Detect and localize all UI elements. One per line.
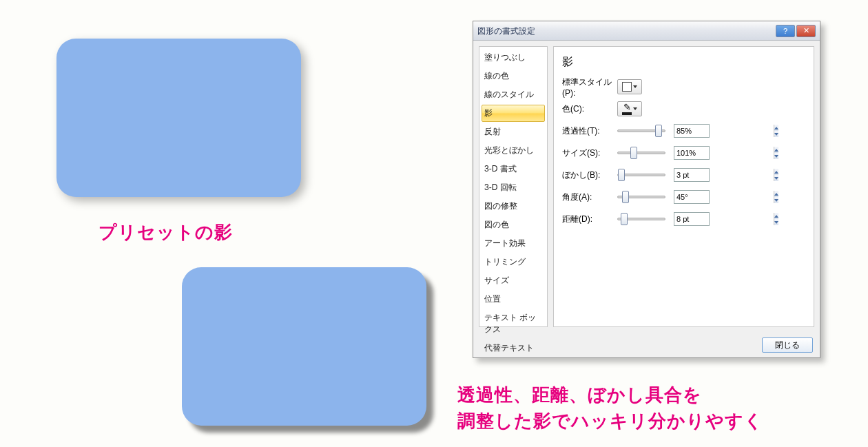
sidebar-item[interactable]: 3-D 回転 xyxy=(482,179,545,196)
slider-thumb[interactable] xyxy=(655,125,662,137)
slider-thumb[interactable] xyxy=(622,191,629,203)
spin-up-button[interactable] xyxy=(774,169,778,175)
sidebar-item[interactable]: 影 xyxy=(482,105,545,122)
slider-thumb[interactable] xyxy=(630,147,637,159)
preset-style-label: 標準スタイル(P): xyxy=(562,76,617,98)
sidebar-item[interactable]: アート効果 xyxy=(482,235,545,252)
spin-down-button[interactable] xyxy=(774,153,778,159)
format-shape-dialog: 図形の書式設定 ? ✕ 塗りつぶし線の色線のスタイル影反射光彩とぼかし3-D 書… xyxy=(473,21,820,358)
spin-down-button[interactable] xyxy=(774,131,778,137)
color-label: 色(C): xyxy=(562,103,617,115)
color-dropdown[interactable]: ✎ xyxy=(617,101,642,116)
close-icon: ✕ xyxy=(803,26,809,35)
size-label: サイズ(S): xyxy=(562,147,617,159)
custom-shadow-sample xyxy=(182,267,426,426)
blur-slider[interactable] xyxy=(617,174,665,176)
sidebar-item[interactable]: 反射 xyxy=(482,123,545,141)
help-icon: ? xyxy=(783,27,787,35)
size-slider[interactable] xyxy=(617,152,665,154)
sidebar-item[interactable]: 塗りつぶし xyxy=(482,49,545,66)
dialog-titlebar[interactable]: 図形の書式設定 ? ✕ xyxy=(473,21,820,41)
custom-caption-line1: 透過性、距離、ぼかし具合を xyxy=(457,383,702,407)
dialog-title: 図形の書式設定 xyxy=(477,25,774,37)
preset-style-dropdown[interactable] xyxy=(617,79,642,94)
shadow-pane: 影 標準スタイル(P): 色(C): ✎ 透 xyxy=(553,46,814,327)
angle-label: 角度(A): xyxy=(562,191,617,203)
pane-heading: 影 xyxy=(562,55,805,70)
spin-up-button[interactable] xyxy=(774,147,778,153)
angle-spinner[interactable] xyxy=(674,190,710,204)
sidebar-item[interactable]: サイズ xyxy=(482,272,545,289)
size-input[interactable] xyxy=(674,147,774,159)
category-sidebar: 塗りつぶし線の色線のスタイル影反射光彩とぼかし3-D 書式3-D 回転図の修整図… xyxy=(479,46,548,327)
sidebar-item[interactable]: 線のスタイル xyxy=(482,86,545,103)
preset-shadow-sample xyxy=(56,39,301,197)
close-button[interactable]: 閉じる xyxy=(762,337,813,353)
distance-slider[interactable] xyxy=(617,218,665,220)
sidebar-item[interactable]: 図の色 xyxy=(482,216,545,233)
preset-style-swatch-icon xyxy=(622,82,632,92)
blur-input[interactable] xyxy=(674,169,774,181)
distance-label: 距離(D): xyxy=(562,214,617,225)
spin-up-button[interactable] xyxy=(774,125,778,131)
chevron-down-icon xyxy=(633,85,637,88)
help-button[interactable]: ? xyxy=(776,25,795,37)
sidebar-item[interactable]: 光彩とぼかし xyxy=(482,142,545,159)
transparency-spinner[interactable] xyxy=(674,124,710,138)
transparency-label: 透過性(T): xyxy=(562,125,617,137)
distance-input[interactable] xyxy=(674,213,774,225)
slider-thumb[interactable] xyxy=(618,169,625,181)
paint-bucket-icon: ✎ xyxy=(622,103,632,115)
custom-caption-line2: 調整した影でハッキリ分かりやすく xyxy=(457,409,763,433)
size-spinner[interactable] xyxy=(674,146,710,160)
sidebar-item[interactable]: 位置 xyxy=(482,291,545,308)
spin-up-button[interactable] xyxy=(774,213,778,219)
distance-spinner[interactable] xyxy=(674,212,710,226)
sidebar-item[interactable]: 図の修整 xyxy=(482,198,545,215)
preset-caption: プリセットの影 xyxy=(99,220,233,245)
slider-thumb[interactable] xyxy=(621,213,628,225)
transparency-input[interactable] xyxy=(674,125,774,137)
spin-down-button[interactable] xyxy=(774,219,778,225)
chevron-down-icon xyxy=(633,107,637,110)
angle-slider[interactable] xyxy=(617,196,665,198)
sidebar-item[interactable]: 3-D 書式 xyxy=(482,160,545,178)
angle-input[interactable] xyxy=(674,191,774,203)
blur-spinner[interactable] xyxy=(674,168,710,182)
sidebar-item[interactable]: トリミング xyxy=(482,253,545,271)
spin-down-button[interactable] xyxy=(774,175,778,181)
blur-label: ぼかし(B): xyxy=(562,169,617,181)
sidebar-item[interactable]: 線の色 xyxy=(482,67,545,85)
dialog-close-button[interactable]: ✕ xyxy=(796,25,816,37)
spin-up-button[interactable] xyxy=(774,191,778,197)
transparency-slider[interactable] xyxy=(617,129,665,132)
spin-down-button[interactable] xyxy=(774,197,778,203)
